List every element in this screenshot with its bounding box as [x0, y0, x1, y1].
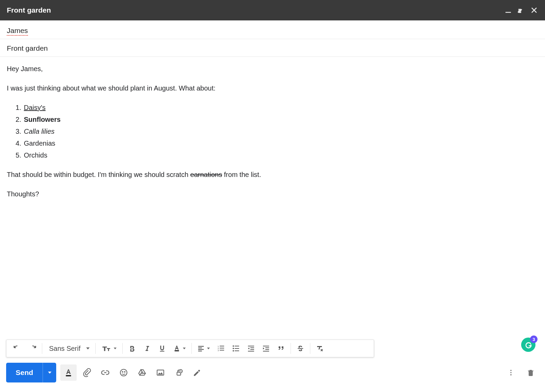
align-button[interactable] — [194, 342, 214, 355]
body-intro: I was just thinking about what we should… — [7, 83, 538, 94]
svg-rect-1 — [175, 350, 179, 352]
svg-rect-20 — [250, 349, 254, 350]
strikethrough-button[interactable] — [293, 342, 308, 355]
svg-rect-2 — [198, 346, 204, 347]
body-greeting: Hey James, — [7, 64, 538, 74]
body-list: Daisy's Sunflowers Calla lilies Gardenia… — [23, 102, 538, 161]
body-closing: Thoughts? — [7, 189, 538, 199]
svg-rect-17 — [235, 350, 239, 351]
svg-rect-9 — [220, 346, 224, 346]
chevron-down-icon — [183, 347, 186, 350]
underline-button[interactable] — [155, 342, 170, 355]
insert-emoji-button[interactable] — [115, 364, 132, 381]
confidential-mode-button[interactable] — [171, 364, 187, 381]
list-item: Sunflowers — [23, 114, 538, 125]
compose-right-actions — [503, 364, 539, 381]
indent-more-button[interactable] — [259, 342, 274, 355]
minimize-icon[interactable] — [505, 7, 512, 14]
svg-rect-3 — [198, 347, 202, 348]
svg-rect-5 — [198, 350, 202, 351]
quote-button[interactable] — [274, 342, 289, 355]
list-item: Daisy's — [23, 102, 538, 113]
text-color-button[interactable] — [170, 342, 189, 355]
list-item: Gardenias — [23, 138, 538, 149]
window-title: Front garden — [7, 6, 505, 14]
insert-photo-button[interactable] — [152, 364, 169, 381]
more-options-button[interactable] — [503, 364, 519, 381]
insert-signature-button[interactable] — [189, 364, 205, 381]
svg-point-34 — [510, 372, 512, 373]
svg-point-13 — [233, 348, 234, 349]
subject-field[interactable]: Front garden — [0, 39, 545, 57]
svg-rect-26 — [66, 375, 71, 376]
compose-window: Front garden James Front garden Hey Jame… — [0, 0, 545, 392]
send-bar: Send — [6, 363, 539, 382]
formatting-toolbar: Sans Serif 123 — [6, 340, 374, 357]
grammarly-badge[interactable] — [521, 338, 535, 352]
bulleted-list-button[interactable] — [229, 342, 244, 355]
insert-drive-button[interactable] — [134, 364, 150, 381]
svg-text:3: 3 — [218, 349, 219, 352]
svg-point-14 — [233, 350, 234, 352]
redo-button[interactable] — [25, 342, 40, 355]
body-budget: That should be within budget. I'm thinki… — [7, 169, 538, 180]
formatting-options-button[interactable] — [60, 364, 77, 381]
svg-rect-11 — [220, 350, 224, 350]
compose-actions — [60, 364, 205, 381]
titlebar: Front garden — [0, 0, 545, 20]
list-item: Orchids — [23, 150, 538, 161]
attach-file-button[interactable] — [79, 364, 95, 381]
svg-point-35 — [510, 374, 512, 376]
indent-less-button[interactable] — [244, 342, 259, 355]
recipients-field[interactable]: James — [0, 20, 545, 39]
svg-rect-16 — [235, 348, 239, 349]
font-family-select[interactable]: Sans Serif — [44, 342, 93, 355]
svg-rect-0 — [505, 12, 511, 13]
list-item: Calla lilies — [23, 126, 538, 137]
svg-point-29 — [125, 372, 125, 372]
svg-rect-24 — [265, 349, 269, 350]
close-icon[interactable] — [531, 7, 538, 14]
svg-rect-19 — [250, 347, 254, 348]
window-controls — [505, 7, 538, 14]
remove-formatting-button[interactable] — [312, 342, 327, 355]
undo-button[interactable] — [10, 342, 25, 355]
svg-point-27 — [121, 369, 127, 376]
send-main-button[interactable]: Send — [6, 363, 43, 382]
discard-draft-button[interactable] — [523, 364, 539, 381]
font-size-button[interactable] — [98, 342, 120, 355]
svg-rect-4 — [198, 349, 204, 350]
bold-button[interactable] — [125, 342, 140, 355]
insert-link-button[interactable] — [97, 364, 113, 381]
numbered-list-button[interactable]: 123 — [214, 342, 229, 355]
svg-rect-10 — [220, 348, 224, 348]
svg-point-33 — [510, 370, 512, 371]
recipient-chip[interactable]: James — [7, 27, 28, 34]
svg-rect-22 — [263, 346, 269, 346]
svg-rect-21 — [248, 351, 254, 352]
svg-point-12 — [233, 345, 234, 347]
chevron-down-icon — [207, 347, 210, 350]
popout-icon[interactable] — [518, 7, 525, 14]
message-body[interactable]: Hey James, I was just thinking about wha… — [0, 57, 545, 201]
svg-rect-23 — [265, 347, 269, 348]
chevron-down-icon — [86, 346, 90, 350]
italic-button[interactable] — [140, 342, 155, 355]
svg-rect-25 — [263, 351, 269, 352]
send-more-button[interactable] — [43, 363, 56, 382]
send-button[interactable]: Send — [6, 363, 56, 382]
chevron-down-icon — [113, 347, 117, 350]
svg-rect-15 — [235, 346, 239, 346]
svg-rect-18 — [248, 346, 254, 346]
svg-point-28 — [122, 372, 123, 372]
